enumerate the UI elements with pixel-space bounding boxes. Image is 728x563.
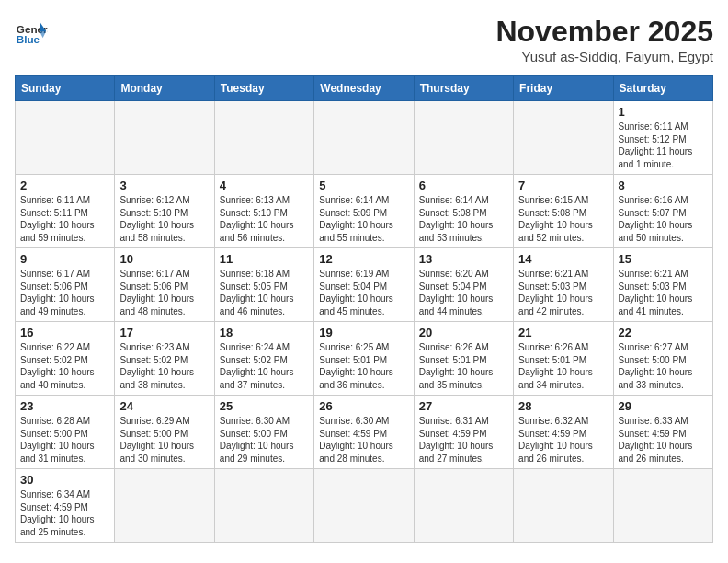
day-number: 3: [119, 178, 209, 192]
calendar-row-1: 1Sunrise: 6:11 AM Sunset: 5:12 PM Daylig…: [16, 101, 713, 175]
day-number: 20: [419, 326, 508, 339]
calendar-cell: 6Sunrise: 6:14 AM Sunset: 5:08 PM Daylig…: [414, 175, 513, 248]
day-number: 27: [419, 399, 508, 413]
day-info: Sunrise: 6:21 AM Sunset: 5:03 PM Dayligh…: [619, 268, 708, 317]
weekday-header-monday: Monday: [115, 76, 214, 101]
calendar-cell: 19Sunrise: 6:25 AM Sunset: 5:01 PM Dayli…: [314, 322, 414, 396]
day-number: 1: [619, 105, 708, 119]
day-info: Sunrise: 6:30 AM Sunset: 4:59 PM Dayligh…: [319, 415, 408, 465]
day-number: 5: [319, 178, 408, 192]
calendar-cell: 3Sunrise: 6:12 AM Sunset: 5:10 PM Daylig…: [115, 175, 214, 248]
calendar-cell: 9Sunrise: 6:17 AM Sunset: 5:06 PM Daylig…: [16, 248, 115, 322]
day-info: Sunrise: 6:11 AM Sunset: 5:11 PM Dayligh…: [20, 194, 109, 244]
day-number: 8: [619, 178, 708, 192]
day-info: Sunrise: 6:15 AM Sunset: 5:08 PM Dayligh…: [518, 194, 608, 244]
day-number: 4: [220, 178, 309, 192]
day-info: Sunrise: 6:14 AM Sunset: 5:08 PM Dayligh…: [419, 194, 508, 244]
calendar-cell: 26Sunrise: 6:30 AM Sunset: 4:59 PM Dayli…: [314, 396, 414, 469]
calendar-cell: [214, 101, 313, 175]
weekday-header-thursday: Thursday: [414, 76, 513, 101]
day-info: Sunrise: 6:31 AM Sunset: 4:59 PM Dayligh…: [419, 415, 508, 465]
calendar-cell: 17Sunrise: 6:23 AM Sunset: 5:02 PM Dayli…: [115, 322, 214, 396]
day-info: Sunrise: 6:33 AM Sunset: 4:59 PM Dayligh…: [619, 415, 708, 465]
day-info: Sunrise: 6:24 AM Sunset: 5:02 PM Dayligh…: [220, 341, 309, 391]
day-number: 10: [119, 252, 209, 266]
day-info: Sunrise: 6:16 AM Sunset: 5:07 PM Dayligh…: [619, 194, 708, 244]
weekday-header-row: SundayMondayTuesdayWednesdayThursdayFrid…: [16, 76, 713, 101]
calendar-cell: [514, 101, 613, 175]
day-number: 23: [20, 399, 109, 413]
logo-icon: General Blue: [15, 15, 48, 48]
weekday-header-wednesday: Wednesday: [314, 76, 414, 101]
svg-text:Blue: Blue: [17, 33, 40, 45]
day-number: 12: [319, 252, 408, 266]
day-info: Sunrise: 6:18 AM Sunset: 5:05 PM Dayligh…: [220, 268, 309, 317]
day-number: 25: [220, 399, 309, 413]
day-info: Sunrise: 6:17 AM Sunset: 5:06 PM Dayligh…: [119, 268, 209, 317]
day-number: 7: [518, 178, 608, 192]
day-number: 19: [319, 326, 408, 339]
calendar-cell: 5Sunrise: 6:14 AM Sunset: 5:09 PM Daylig…: [314, 175, 414, 248]
calendar-cell: 8Sunrise: 6:16 AM Sunset: 5:07 PM Daylig…: [613, 175, 712, 248]
day-number: 16: [20, 326, 109, 339]
weekday-header-friday: Friday: [514, 76, 613, 101]
day-info: Sunrise: 6:14 AM Sunset: 5:09 PM Dayligh…: [319, 194, 408, 244]
day-info: Sunrise: 6:21 AM Sunset: 5:03 PM Dayligh…: [518, 268, 608, 317]
day-info: Sunrise: 6:13 AM Sunset: 5:10 PM Dayligh…: [220, 194, 309, 244]
calendar-cell: [214, 469, 313, 543]
day-number: 15: [619, 252, 708, 266]
location-title: Yusuf as-Siddiq, Faiyum, Egypt: [495, 49, 713, 64]
day-info: Sunrise: 6:29 AM Sunset: 5:00 PM Dayligh…: [119, 415, 209, 465]
day-number: 29: [619, 399, 708, 413]
calendar-cell: 23Sunrise: 6:28 AM Sunset: 5:00 PM Dayli…: [16, 396, 115, 469]
calendar-cell: [314, 101, 414, 175]
day-info: Sunrise: 6:11 AM Sunset: 5:12 PM Dayligh…: [619, 121, 708, 170]
day-info: Sunrise: 6:20 AM Sunset: 5:04 PM Dayligh…: [419, 268, 508, 317]
day-number: 26: [319, 399, 408, 413]
day-number: 21: [518, 326, 608, 339]
weekday-header-tuesday: Tuesday: [214, 76, 313, 101]
calendar-cell: 29Sunrise: 6:33 AM Sunset: 4:59 PM Dayli…: [613, 396, 712, 469]
day-info: Sunrise: 6:17 AM Sunset: 5:06 PM Dayligh…: [20, 268, 109, 317]
day-number: 2: [20, 178, 109, 192]
day-info: Sunrise: 6:30 AM Sunset: 5:00 PM Dayligh…: [220, 415, 309, 465]
day-number: 30: [20, 473, 109, 487]
day-number: 11: [220, 252, 309, 266]
day-number: 14: [518, 252, 608, 266]
calendar-cell: 27Sunrise: 6:31 AM Sunset: 4:59 PM Dayli…: [414, 396, 513, 469]
calendar-cell: 14Sunrise: 6:21 AM Sunset: 5:03 PM Dayli…: [514, 248, 613, 322]
calendar-cell: [414, 101, 513, 175]
title-area: November 2025 Yusuf as-Siddiq, Faiyum, E…: [495, 15, 713, 64]
calendar-cell: 1Sunrise: 6:11 AM Sunset: 5:12 PM Daylig…: [613, 101, 712, 175]
day-number: 24: [119, 399, 209, 413]
calendar-cell: 12Sunrise: 6:19 AM Sunset: 5:04 PM Dayli…: [314, 248, 414, 322]
day-number: 9: [20, 252, 109, 266]
day-info: Sunrise: 6:19 AM Sunset: 5:04 PM Dayligh…: [319, 268, 408, 317]
calendar-cell: [314, 469, 414, 543]
calendar-cell: [115, 469, 214, 543]
calendar-cell: 24Sunrise: 6:29 AM Sunset: 5:00 PM Dayli…: [115, 396, 214, 469]
calendar-row-6: 30Sunrise: 6:34 AM Sunset: 4:59 PM Dayli…: [16, 469, 713, 543]
weekday-header-sunday: Sunday: [16, 76, 115, 101]
day-info: Sunrise: 6:28 AM Sunset: 5:00 PM Dayligh…: [20, 415, 109, 465]
day-info: Sunrise: 6:27 AM Sunset: 5:00 PM Dayligh…: [619, 341, 708, 391]
calendar-cell: [514, 469, 613, 543]
day-info: Sunrise: 6:23 AM Sunset: 5:02 PM Dayligh…: [119, 341, 209, 391]
calendar-cell: 16Sunrise: 6:22 AM Sunset: 5:02 PM Dayli…: [16, 322, 115, 396]
calendar-row-3: 9Sunrise: 6:17 AM Sunset: 5:06 PM Daylig…: [16, 248, 713, 322]
calendar-cell: 4Sunrise: 6:13 AM Sunset: 5:10 PM Daylig…: [214, 175, 313, 248]
calendar-cell: 10Sunrise: 6:17 AM Sunset: 5:06 PM Dayli…: [115, 248, 214, 322]
day-info: Sunrise: 6:22 AM Sunset: 5:02 PM Dayligh…: [20, 341, 109, 391]
day-number: 18: [220, 326, 309, 339]
day-info: Sunrise: 6:12 AM Sunset: 5:10 PM Dayligh…: [119, 194, 209, 244]
calendar-cell: 30Sunrise: 6:34 AM Sunset: 4:59 PM Dayli…: [16, 469, 115, 543]
day-info: Sunrise: 6:25 AM Sunset: 5:01 PM Dayligh…: [319, 341, 408, 391]
month-title: November 2025: [495, 15, 713, 49]
calendar-cell: 28Sunrise: 6:32 AM Sunset: 4:59 PM Dayli…: [514, 396, 613, 469]
day-info: Sunrise: 6:34 AM Sunset: 4:59 PM Dayligh…: [20, 488, 109, 538]
calendar-table: SundayMondayTuesdayWednesdayThursdayFrid…: [15, 75, 713, 543]
day-info: Sunrise: 6:26 AM Sunset: 5:01 PM Dayligh…: [419, 341, 508, 391]
calendar-cell: 11Sunrise: 6:18 AM Sunset: 5:05 PM Dayli…: [214, 248, 313, 322]
logo: General Blue: [15, 15, 48, 48]
calendar-cell: [414, 469, 513, 543]
